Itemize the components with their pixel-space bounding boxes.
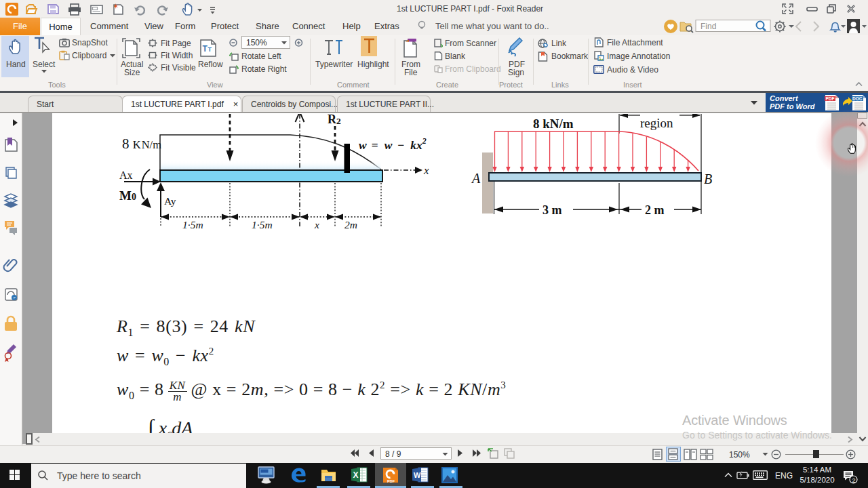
svg-text:PDF: PDF (826, 96, 835, 101)
svg-text:3 m: 3 m (542, 203, 562, 217)
svg-text:2m: 2m (344, 219, 357, 230)
svg-text:DOC: DOC (852, 96, 863, 101)
svg-text:region: region (640, 116, 673, 130)
svg-text:Ay: Ay (164, 195, 176, 207)
svg-text:T: T (203, 44, 208, 54)
svg-text:B: B (704, 171, 712, 186)
svg-text:X: X (353, 470, 359, 480)
svg-text:A: A (471, 171, 481, 186)
svg-text:M0: M0 (119, 188, 136, 203)
svg-text:2 m: 2 m (645, 203, 665, 217)
svg-text:✶: ✶ (113, 2, 119, 10)
svg-text:T: T (208, 46, 212, 53)
svg-text:x: x (423, 164, 429, 177)
svg-text:Find: Find (701, 22, 716, 31)
svg-text:2: 2 (852, 477, 856, 484)
svg-text:x: x (314, 219, 319, 230)
svg-text:w=w−kx2: w=w−kx2 (359, 136, 427, 152)
svg-text:PDF: PDF (387, 479, 395, 483)
svg-text:W: W (414, 471, 421, 479)
svg-text:1·5m: 1·5m (252, 219, 273, 230)
svg-text:Ax: Ax (119, 169, 133, 181)
svg-text:8 KN/m: 8 KN/m (122, 136, 161, 152)
svg-text:8 kN/m: 8 kN/m (533, 117, 574, 131)
svg-text:R2: R2 (328, 114, 341, 126)
svg-text:1·5m: 1·5m (182, 219, 203, 230)
